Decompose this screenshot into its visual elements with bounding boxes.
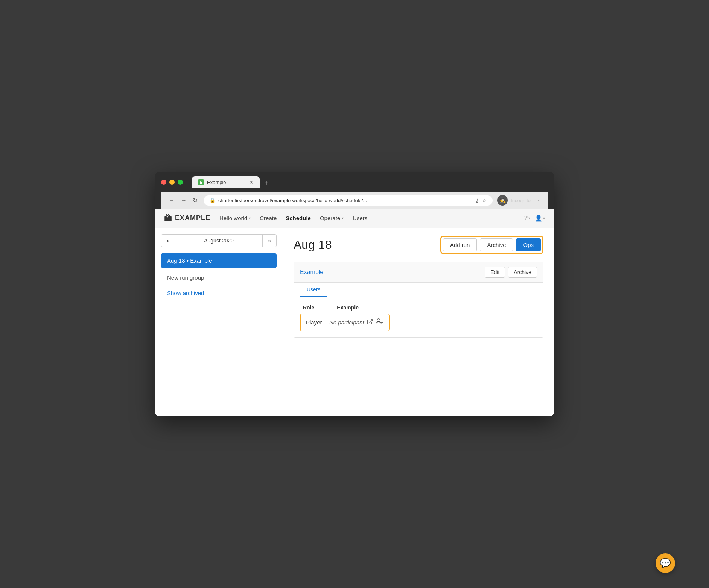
user-dropdown-icon: ▾ [543, 216, 545, 220]
table-row-outer: Player No participant [300, 314, 390, 331]
hello-world-dropdown-icon: ▾ [249, 216, 251, 220]
address-bar: ← → ↻ 🔒 charter.firstperson.travel/examp… [161, 192, 548, 209]
edit-run-group-button[interactable]: Edit [485, 267, 505, 278]
col-header-example: Example [337, 305, 359, 311]
incognito-area: 🕵 Incognito [497, 195, 531, 206]
svg-point-0 [377, 319, 380, 322]
main-layout: « August 2020 » Aug 18 • Example New run… [155, 228, 554, 416]
add-run-button[interactable]: Add run [443, 238, 477, 251]
app-navbar: 🏔 EXAMPLE Hello world ▾ Create Schedule … [155, 209, 554, 228]
tab-bar: E Example ✕ + [192, 176, 548, 188]
show-archived-label: Show archived [167, 290, 204, 296]
logo-text: EXAMPLE [175, 214, 210, 222]
maximize-window-button[interactable] [178, 180, 183, 185]
nav-hello-world[interactable]: Hello world ▾ [219, 213, 251, 223]
ops-button[interactable]: Ops [516, 238, 541, 251]
browser-window: E Example ✕ + ← → ↻ 🔒 charter.firstperso… [155, 172, 554, 416]
tab-users[interactable]: Users [300, 283, 327, 297]
user-menu-button[interactable]: 👤 ▾ [535, 215, 545, 222]
archive-run-group-button[interactable]: Archive [508, 267, 537, 278]
operate-dropdown-icon: ▾ [342, 216, 344, 220]
col-header-role: Role [303, 305, 314, 311]
nav-operate-label: Operate [320, 215, 340, 221]
new-run-group-button[interactable]: New run group [161, 270, 277, 285]
participant-label: No participant [329, 319, 364, 326]
tabs: Users [300, 283, 537, 297]
participant-cell: No participant [329, 318, 384, 327]
new-run-group-label: New run group [167, 274, 204, 281]
header-actions: Add run Archive Ops [440, 236, 543, 254]
nav-users[interactable]: Users [353, 213, 367, 223]
users-table: Role Example Player No participant [294, 297, 543, 337]
browser-tab-active[interactable]: E Example ✕ [192, 176, 260, 188]
sidebar: « August 2020 » Aug 18 • Example New run… [155, 228, 283, 416]
nav-buttons: ← → ↻ [167, 195, 199, 206]
lock-icon: 🔒 [210, 198, 215, 203]
nav-operate[interactable]: Operate ▾ [320, 213, 344, 223]
calendar-month: August 2020 [175, 235, 262, 247]
calendar-prev-button[interactable]: « [161, 235, 175, 247]
browser-chrome: E Example ✕ + ← → ↻ 🔒 charter.firstperso… [155, 172, 554, 209]
close-window-button[interactable] [161, 180, 166, 185]
page-header: Aug 18 Add run Archive Ops [294, 236, 543, 254]
tab-close-button[interactable]: ✕ [249, 179, 254, 185]
tab-users-label: Users [307, 286, 321, 292]
tab-title: Example [207, 180, 246, 185]
browser-menu-button[interactable]: ⋮ [535, 196, 542, 204]
incognito-label: Incognito [511, 198, 531, 203]
address-input[interactable]: 🔒 charter.firstperson.travel/example-wor… [204, 195, 493, 206]
new-tab-button[interactable]: + [261, 178, 272, 188]
calendar-next-button[interactable]: » [262, 235, 276, 247]
browser-controls: E Example ✕ + [161, 176, 548, 188]
main-content: Aug 18 Add run Archive Ops Example Edit … [283, 228, 554, 416]
nav-schedule-label: Schedule [286, 215, 311, 221]
run-group-header: Example Edit Archive [294, 262, 543, 283]
star-icon: ☆ [482, 198, 487, 203]
tab-container: Users [294, 283, 543, 297]
tab-favicon: E [198, 179, 204, 185]
page-title: Aug 18 [294, 238, 440, 252]
calendar-nav: « August 2020 » [161, 234, 277, 247]
window-buttons [161, 180, 183, 185]
table-header: Role Example [300, 303, 537, 312]
sidebar-item-aug18[interactable]: Aug 18 • Example [161, 253, 277, 268]
sidebar-item-label-aug18: Aug 18 • Example [167, 257, 212, 264]
add-participant-icon[interactable] [376, 318, 384, 327]
table-row: Player No participant [301, 314, 389, 331]
run-group-section: Example Edit Archive Users [294, 262, 543, 338]
external-link-icon[interactable] [367, 319, 373, 326]
nav-users-label: Users [353, 215, 367, 221]
key-icon: ⚷ [475, 198, 479, 203]
run-group-name[interactable]: Example [300, 269, 485, 276]
nav-hello-world-label: Hello world [219, 215, 247, 221]
help-dropdown-icon: ▾ [528, 216, 530, 220]
logo-icon: 🏔 [164, 214, 172, 222]
back-button[interactable]: ← [167, 195, 176, 205]
chat-bubble-button[interactable]: 💬 [656, 553, 675, 573]
app-content: 🏔 EXAMPLE Hello world ▾ Create Schedule … [155, 209, 554, 416]
help-icon: ? [524, 215, 528, 222]
refresh-button[interactable]: ↻ [191, 195, 199, 206]
minimize-window-button[interactable] [169, 180, 175, 185]
forward-button[interactable]: → [179, 195, 188, 205]
run-group-actions: Edit Archive [485, 267, 537, 278]
role-cell: Player [306, 319, 325, 326]
app-logo: 🏔 EXAMPLE [164, 214, 210, 222]
archive-button[interactable]: Archive [480, 238, 513, 251]
user-icon: 👤 [535, 215, 542, 222]
nav-schedule[interactable]: Schedule [286, 213, 311, 223]
nav-right: ? ▾ 👤 ▾ [524, 215, 545, 222]
show-archived-button[interactable]: Show archived [161, 288, 277, 298]
incognito-icon: 🕵 [497, 195, 508, 206]
address-text: charter.firstperson.travel/example-works… [218, 198, 472, 203]
help-button[interactable]: ? ▾ [524, 215, 530, 222]
chat-icon: 💬 [660, 558, 671, 568]
nav-create-label: Create [260, 215, 277, 221]
nav-create[interactable]: Create [260, 213, 277, 223]
